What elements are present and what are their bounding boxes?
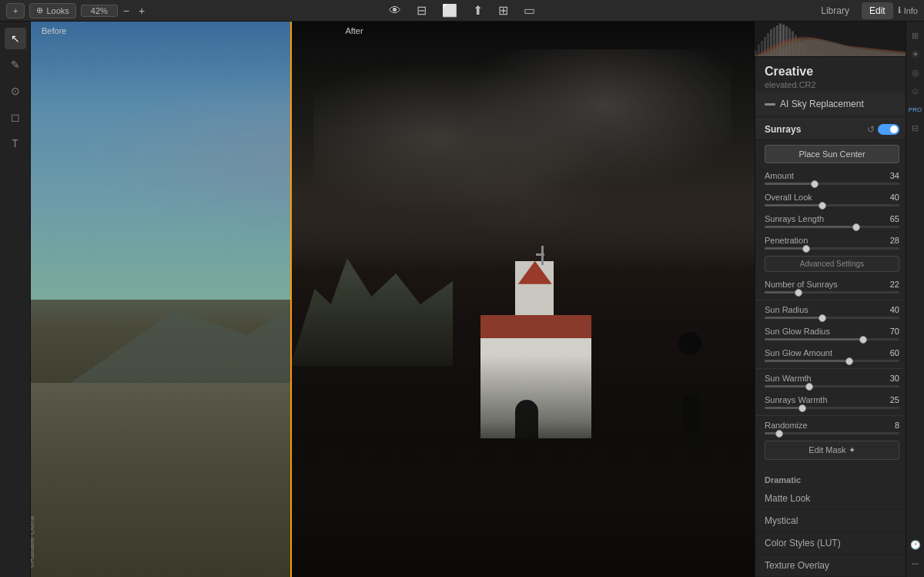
panel-area[interactable]: Creative elevated.CR2 AI Sky Replacement…	[755, 57, 909, 577]
texture-overlay-item[interactable]: Texture Overlay	[755, 555, 909, 577]
reset-icon[interactable]: ↺	[867, 124, 875, 135]
sunrays-warmth-label: Sunrays Warmth	[765, 395, 828, 404]
text-tool[interactable]: T	[5, 133, 26, 154]
edit-mask-button[interactable]: Edit Mask ✦	[765, 441, 899, 460]
compare-button[interactable]: ⊟	[413, 3, 430, 18]
edit-tab[interactable]: Edit	[862, 2, 893, 19]
cursor-tool[interactable]: ↖	[5, 28, 26, 49]
sunrays-section: Sunrays ↺ Place Sun Center Amount 34	[755, 119, 909, 469]
sunrays-length-fill	[765, 226, 852, 228]
brush-tool[interactable]: ✎	[5, 54, 26, 75]
num-sunrays-thumb[interactable]	[795, 289, 802, 297]
penetration-label: Penetration	[765, 236, 808, 245]
overall-look-thumb[interactable]	[819, 202, 826, 210]
amount-track[interactable]	[765, 183, 899, 185]
image-after	[290, 22, 755, 577]
sunrays-length-thumb[interactable]	[852, 223, 860, 231]
crop-button[interactable]: ⬜	[438, 3, 461, 18]
sunrays-toggle[interactable]	[878, 124, 899, 135]
face-icon-btn[interactable]: ☺	[908, 83, 923, 99]
more-icon-btn[interactable]: •••	[908, 555, 923, 571]
amount-label: Amount	[765, 171, 794, 180]
randomize-thumb[interactable]	[775, 430, 783, 438]
sky-replacement-header[interactable]: AI Sky Replacement	[755, 92, 909, 116]
watermark: ©Raffaele Ciorra	[31, 516, 35, 568]
color-styles-item[interactable]: Color Styles (LUT)	[755, 532, 909, 555]
advanced-settings-button[interactable]: Advanced Settings	[765, 256, 899, 272]
add-button[interactable]: +	[6, 3, 25, 18]
sun-warmth-value: 30	[890, 374, 899, 383]
sun-warmth-track[interactable]	[765, 385, 899, 387]
info-button[interactable]: ℹ Info	[898, 5, 918, 15]
sun-glow-radius-thumb[interactable]	[859, 336, 867, 344]
num-sunrays-fill	[765, 291, 795, 294]
categories-list: Dramatic Matte Look Mystical Color Style…	[755, 469, 909, 577]
sun-radius-thumb[interactable]	[819, 314, 826, 322]
retouch-icon-btn[interactable]: ◎	[908, 65, 923, 80]
creative-header: Creative elevated.CR2	[755, 57, 909, 92]
zoom-display[interactable]: 42%	[81, 5, 118, 17]
sun-effects-icon[interactable]: ☀	[908, 46, 923, 62]
amount-thumb[interactable]	[811, 180, 819, 188]
topbar-center: 👁 ⊟ ⬜ ⬆ ⊞ ▭	[385, 3, 539, 18]
randomize-slider-row: Randomize 8	[755, 419, 909, 436]
sun-warmth-thumb[interactable]	[805, 383, 813, 391]
sun-glow-amount-thumb[interactable]	[845, 357, 853, 365]
zoom-in-button[interactable]: +	[135, 3, 149, 18]
sunrays-title: Sunrays	[765, 124, 801, 135]
sun-glow-radius-value: 70	[890, 327, 899, 336]
randomize-track[interactable]	[765, 432, 899, 434]
split-line[interactable]	[290, 22, 292, 577]
amount-fill	[765, 183, 811, 185]
sunrays-length-track[interactable]	[765, 226, 899, 228]
color-bar	[765, 103, 775, 106]
sun-glow-amount-label: Sun Glow Amount	[765, 348, 832, 357]
place-sun-center-button[interactable]: Place Sun Center	[765, 145, 899, 163]
sunrays-warmth-value: 25	[890, 395, 899, 404]
stamp-tool[interactable]: ⊙	[5, 80, 26, 102]
export-button[interactable]: ⬆	[469, 3, 487, 18]
sun-glow-radius-label: Sun Glow Radius	[765, 327, 830, 336]
topbar-left: + ⊕ Looks 42% − +	[6, 3, 380, 18]
layers-icon-btn[interactable]: ⊞	[908, 28, 923, 43]
mystical-item[interactable]: Mystical	[755, 510, 909, 532]
sun-warmth-label: Sun Warmth	[765, 374, 812, 383]
penetration-track[interactable]	[765, 247, 899, 250]
sun-glow-amount-value: 60	[890, 348, 899, 357]
topbar-right: Library Edit ℹ Info	[544, 2, 918, 19]
sunrays-warmth-thumb[interactable]	[798, 404, 806, 412]
sunrays-header: Sunrays ↺	[755, 119, 909, 140]
sunrays-warmth-track[interactable]	[765, 407, 899, 409]
grid-button[interactable]: ⊞	[494, 3, 512, 18]
penetration-slider-row: Penetration 28	[755, 234, 909, 251]
matte-look-item[interactable]: Matte Look	[755, 488, 909, 510]
penetration-thumb[interactable]	[802, 245, 810, 253]
eye-button[interactable]: 👁	[385, 3, 405, 18]
sun-radius-track[interactable]	[765, 317, 899, 319]
layers2-icon-btn[interactable]: ⊟	[908, 120, 923, 136]
looks-button[interactable]: ⊕ Looks	[29, 3, 75, 18]
sun-glow-radius-track[interactable]	[765, 338, 899, 340]
randomize-value: 8	[895, 421, 899, 430]
overall-look-track[interactable]	[765, 204, 899, 206]
panels-button[interactable]: ▭	[520, 3, 539, 18]
library-tab[interactable]: Library	[813, 2, 857, 19]
sunrays-warmth-slider-row: Sunrays Warmth 25	[755, 394, 909, 411]
topbar: + ⊕ Looks 42% − + 👁 ⊟ ⬜ ⬆ ⊞ ▭ Library Ed…	[0, 0, 924, 22]
randomize-fill	[765, 432, 775, 434]
sun-warmth-slider-row: Sun Warmth 30	[755, 372, 909, 389]
eraser-tool[interactable]: ◻	[5, 106, 26, 128]
info-icon: ℹ	[898, 5, 901, 15]
num-sunrays-label: Number of Sunrays	[765, 280, 838, 289]
num-sunrays-track[interactable]	[765, 291, 899, 294]
overall-look-label: Overall Look	[765, 193, 812, 202]
divider-2	[755, 368, 909, 369]
sun-glow-amount-track[interactable]	[765, 360, 899, 362]
zoom-out-button[interactable]: −	[119, 3, 133, 18]
after-photo	[290, 22, 755, 577]
sun-glow-amount-fill	[765, 360, 845, 362]
history-icon-btn[interactable]: 🕐	[908, 537, 923, 552]
image-canvas[interactable]: ©Raffaele Ciorra	[31, 22, 755, 577]
pro-label: PRO	[908, 102, 923, 117]
creative-filename: elevated.CR2	[765, 80, 899, 89]
